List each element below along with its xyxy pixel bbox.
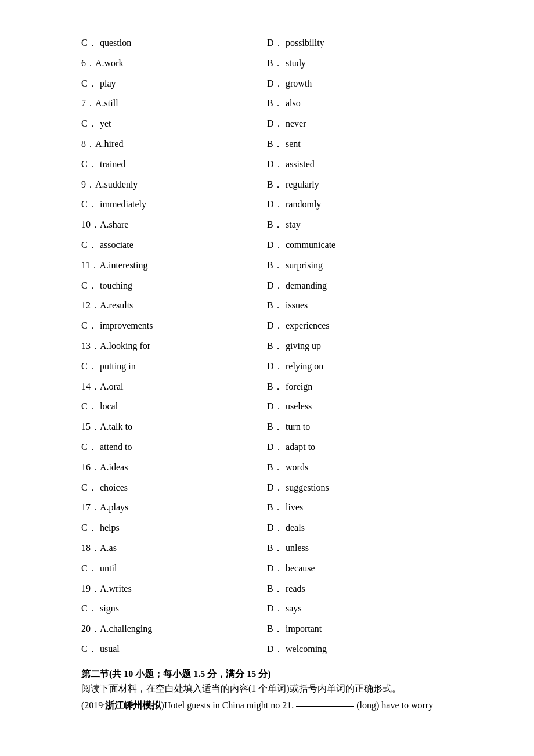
left-label-15: 13．A. <box>81 338 109 355</box>
question-row-28: C．signsD．says <box>81 600 453 617</box>
left-text-12: touching <box>100 278 132 294</box>
col-right-18: D．useless <box>267 398 453 415</box>
question-row-5: 8．A.hiredB．sent <box>81 136 453 153</box>
left-text-30: usual <box>100 641 120 658</box>
right-text-21: words <box>286 459 308 476</box>
question-row-29: 20．A.challengingB．important <box>81 621 453 638</box>
right-text-15: giving up <box>286 338 321 355</box>
source-suffix: )Hotel guests in China might no 21. <box>161 700 294 710</box>
right-text-3: also <box>286 95 301 112</box>
right-label-29: B． <box>267 621 286 638</box>
right-label-0: D． <box>267 35 286 52</box>
col-left-8: C．immediately <box>81 196 267 213</box>
left-text-13: results <box>109 297 134 314</box>
right-text-11: surprising <box>286 257 323 274</box>
question-row-2: C．playD．growth <box>81 75 453 92</box>
col-right-6: D．assisted <box>267 156 453 173</box>
question-row-12: C．touchingD．demanding <box>81 278 453 294</box>
left-text-18: local <box>100 398 118 415</box>
right-text-5: sent <box>286 136 301 153</box>
left-label-5: 8．A. <box>81 136 104 153</box>
question-row-10: C．associateD．communicate <box>81 237 453 254</box>
col-right-15: B．giving up <box>267 338 453 355</box>
col-right-1: B．study <box>267 55 453 72</box>
left-text-0: question <box>100 35 131 52</box>
left-label-10: C． <box>81 237 100 254</box>
right-text-26: because <box>286 560 315 577</box>
col-left-1: 6．A.work <box>81 55 267 72</box>
col-left-0: C．question <box>81 35 267 52</box>
right-label-23: B． <box>267 499 286 516</box>
col-left-29: 20．A.challenging <box>81 621 267 638</box>
col-left-12: C．touching <box>81 278 267 294</box>
col-left-15: 13．A.looking for <box>81 338 267 355</box>
left-text-23: plays <box>109 499 129 516</box>
question-row-20: C．attend toD．adapt to <box>81 439 453 456</box>
left-text-10: associate <box>100 237 134 254</box>
left-text-4: yet <box>100 116 111 132</box>
left-text-6: trained <box>100 156 125 173</box>
left-text-7: suddenly <box>104 177 138 193</box>
left-label-6: C． <box>81 156 100 173</box>
col-right-21: B．words <box>267 459 453 476</box>
left-text-14: improvements <box>100 318 153 334</box>
left-text-9: share <box>109 217 129 233</box>
right-text-30: welcoming <box>286 641 327 658</box>
question-row-9: 10．A.shareB．stay <box>81 217 453 233</box>
col-left-18: C．local <box>81 398 267 415</box>
col-right-28: D．says <box>267 600 453 617</box>
left-label-27: 19．A. <box>81 581 109 597</box>
right-label-18: D． <box>267 398 286 415</box>
question-row-13: 12．A.resultsB．issues <box>81 297 453 314</box>
col-right-26: D．because <box>267 560 453 577</box>
right-label-21: B． <box>267 459 286 476</box>
right-label-10: D． <box>267 237 286 254</box>
right-text-25: unless <box>286 540 309 557</box>
question-row-4: C．yetD．never <box>81 116 453 132</box>
col-left-26: C．until <box>81 560 267 577</box>
left-label-0: C． <box>81 35 100 52</box>
left-text-25: as <box>109 540 117 557</box>
question-row-11: 11．A.interestingB．surprising <box>81 257 453 274</box>
col-right-3: B．also <box>267 95 453 112</box>
left-text-15: looking for <box>109 338 151 355</box>
col-left-30: C．usual <box>81 641 267 658</box>
question-row-23: 17．A.playsB．lives <box>81 499 453 516</box>
col-left-23: 17．A.plays <box>81 499 267 516</box>
right-text-7: regularly <box>286 177 319 193</box>
right-label-8: D． <box>267 196 286 213</box>
left-label-21: 16．A. <box>81 459 109 476</box>
left-text-28: signs <box>100 600 119 617</box>
left-label-20: C． <box>81 439 100 456</box>
col-left-22: C．choices <box>81 480 267 496</box>
right-text-23: lives <box>286 499 303 516</box>
right-text-1: study <box>286 55 306 72</box>
right-label-13: B． <box>267 297 286 314</box>
col-right-20: D．adapt to <box>267 439 453 456</box>
right-label-3: B． <box>267 95 286 112</box>
section-footer: 第二节(共 10 小题；每小题 1.5 分，满分 15 分) 阅读下面材料，在空… <box>81 668 453 712</box>
right-text-27: reads <box>286 581 305 597</box>
right-text-20: adapt to <box>286 439 315 456</box>
col-right-13: B．issues <box>267 297 453 314</box>
left-label-13: 12．A. <box>81 297 109 314</box>
col-right-10: D．communicate <box>267 237 453 254</box>
left-text-29: challenging <box>109 621 153 638</box>
col-right-16: D．relying on <box>267 358 453 375</box>
right-text-14: experiences <box>286 318 330 334</box>
col-left-27: 19．A.writes <box>81 581 267 597</box>
right-label-25: B． <box>267 540 286 557</box>
question-row-17: 14．A.oralB．foreign <box>81 379 453 395</box>
question-row-21: 16．A.ideasB．words <box>81 459 453 476</box>
left-text-20: attend to <box>100 439 132 456</box>
col-left-5: 8．A.hired <box>81 136 267 153</box>
question-row-16: C．putting inD．relying on <box>81 358 453 375</box>
right-text-13: issues <box>286 297 308 314</box>
right-label-26: D． <box>267 560 286 577</box>
col-right-11: B．surprising <box>267 257 453 274</box>
question-row-3: 7．A.stillB．also <box>81 95 453 112</box>
col-left-24: C．helps <box>81 520 267 537</box>
question-row-24: C．helpsD．deals <box>81 520 453 537</box>
right-text-24: deals <box>286 520 305 537</box>
question-row-7: 9．A.suddenlyB．regularly <box>81 177 453 193</box>
